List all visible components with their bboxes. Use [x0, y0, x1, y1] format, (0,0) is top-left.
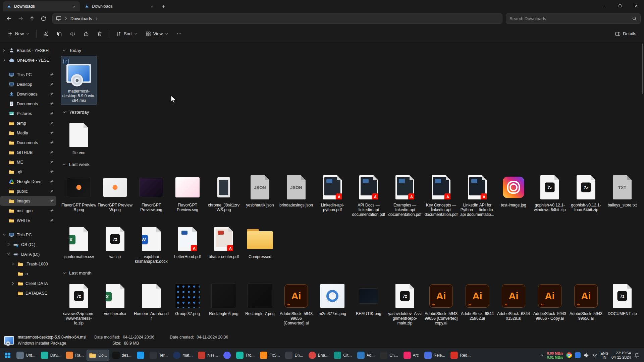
taskbar-item-vscode[interactable] [135, 350, 147, 361]
taskbar-item-d[interactable]: D:\... [283, 350, 305, 361]
group-header-today[interactable]: Today [62, 46, 640, 55]
taskbar-item-unt[interactable]: Unt... [14, 350, 38, 361]
file-tile-baileys-store-txt[interactable]: TXT baileys_store.txt [604, 170, 640, 209]
refresh-button[interactable] [38, 13, 49, 24]
file-tile-test-image-jpg[interactable]: test-image.jpg [496, 170, 531, 209]
taskbar-item-mat[interactable]: mat... [171, 350, 195, 361]
file-tile-linkedin-api-for-python-linkedin-api-documentatio[interactable]: A LinkedIn API for Python — linkedin-api… [460, 170, 495, 219]
share-button[interactable] [80, 28, 93, 40]
sidebar-item-database[interactable]: DATABASE [0, 288, 56, 298]
file-tile-adobestock-594399656-copy-ai[interactable]: AiAI AdobeStock_594399656 - Copy.ai [532, 279, 568, 322]
close-button[interactable] [628, 0, 644, 11]
taskbar-item-do[interactable]: Do... [87, 350, 109, 361]
rename-button[interactable] [66, 28, 79, 40]
file-tile-vajubhai-krishanapark-docx[interactable]: W vajubhai krishanapark.docx [133, 222, 169, 265]
start-button[interactable] [2, 350, 13, 361]
sidebar-item-temp[interactable]: temp [0, 118, 56, 128]
up-button[interactable] [26, 13, 38, 24]
sidebar-item-client-data[interactable]: Client DATA [0, 279, 56, 288]
taskbar-item-rele[interactable]: Rele... [422, 350, 448, 361]
sidebar-item-public[interactable]: public [0, 186, 56, 196]
file-tile-file-enc[interactable]: file.enc [61, 118, 97, 157]
taskbar-item-ra[interactable]: Ra... [63, 350, 86, 361]
sidebar-item-os-c[interactable]: OS (C:) [0, 240, 56, 249]
speaker-icon[interactable] [584, 353, 589, 358]
new-button[interactable]: New [4, 28, 33, 40]
cut-button[interactable] [40, 28, 52, 40]
chevron-right-icon[interactable] [11, 282, 15, 285]
search-box[interactable] [506, 13, 641, 24]
tray-expand-icon[interactable] [540, 353, 544, 357]
chevron-right-icon[interactable] [6, 243, 11, 246]
file-tile-yesbhautik-json[interactable]: JSON yesbhautik.json [242, 170, 278, 209]
sidebar-item-onedrive-yese[interactable]: OneDrive - YESE [0, 55, 56, 65]
file-tile-m2m377xc-png[interactable]: m2m377xc.png [315, 279, 350, 318]
clock[interactable]: 23:19:54 04-11-2024 [611, 351, 631, 360]
group-header-yesterday[interactable]: Yesterday [62, 107, 640, 117]
file-tile-flavorgpt-preview-b-png[interactable]: FlavorGPT Preview B.png [61, 170, 97, 214]
file-tile-flavorgpt-preview-png[interactable]: FlavorGPT Preview.png [133, 170, 169, 214]
tab-close-icon[interactable]: × [149, 3, 155, 9]
chevron-right-icon[interactable] [95, 17, 98, 20]
taskbar-item-ad[interactable]: Ad... [355, 350, 377, 361]
breadcrumb[interactable]: Downloads [70, 16, 92, 21]
taskbar-item-niss[interactable]: niss... [196, 350, 220, 361]
file-tile-gophish-v0-12-1-linux-64bit-zip[interactable]: 7z gophish-v0.12.1-linux-64bit.zip [568, 170, 604, 214]
sidebar-item-a[interactable]: a [0, 269, 56, 279]
taskbar-item-dav[interactable]: Dav... [39, 350, 63, 361]
sidebar-item-trash-1000[interactable]: .Trash-1000 [0, 259, 56, 269]
minimize-button[interactable] [596, 0, 612, 11]
file-tile-linkedin-api-python-pdf[interactable]: A Linkedin-api-python.pdf [315, 170, 350, 214]
address-bar[interactable]: Downloads [52, 13, 502, 24]
group-header-last-month[interactable]: Last month [62, 268, 640, 278]
net-speed-widget[interactable]: 0.00 MB/s 0.01 MB/s [547, 351, 563, 359]
file-tile-jsonformatter-csv[interactable]: X jsonformatter.csv [61, 222, 97, 261]
file-tile-examples-linkedin-api-documentation-pdf[interactable]: A Examples — linkedin-api documentation.… [387, 170, 423, 219]
view-button[interactable]: View [142, 28, 172, 40]
file-tile-brindadesings-json[interactable]: JSON brindadesings.json [278, 170, 314, 209]
chevron-right-icon[interactable] [2, 49, 6, 52]
file-tile-adobestock-594399656-ai[interactable]: AiAI AdobeStock_594399656.ai [568, 279, 604, 322]
file-tile-bhatar-center-pdf[interactable]: A bhatar center.pdf [206, 222, 241, 261]
chrome-tray-icon[interactable] [566, 352, 572, 358]
taskbar-item-c[interactable]: C:\... [378, 350, 400, 361]
taskbar-item-discord[interactable] [221, 350, 233, 361]
chevron-down-icon[interactable] [6, 252, 11, 256]
file-tile-flavorgpt-preview-w-png[interactable]: FlavorGPT Preview W.png [97, 170, 133, 214]
sidebar-item-white[interactable]: WHITE [0, 216, 56, 225]
file-tile-rectangle-7-png[interactable]: Rectangle 7.png [242, 279, 278, 318]
taskbar-item-des[interactable]: des... [110, 350, 134, 361]
group-header-last-week[interactable]: Last week [62, 160, 640, 169]
file-tile-adobestock-594399656-converted-ai[interactable]: AiAI AdobeStock_594399656 [Converted].ai [278, 279, 314, 327]
file-tile-adobestock-684425862-ai[interactable]: AiAI AdobeStock_684425862.ai [460, 279, 495, 322]
file-tile-adobestock-684401528-ai[interactable]: AiAI AdobeStock_684401528.ai [496, 279, 531, 322]
sidebar-item-git[interactable]: .git [0, 167, 56, 177]
sidebar-item-msi-gpo[interactable]: msi_gpo [0, 206, 56, 216]
chevron-right-icon[interactable] [11, 262, 15, 266]
sidebar-item-bhautik-yesbh[interactable]: Bhautik - YESBH [0, 46, 56, 55]
file-tile-rectangle-6-png[interactable]: Rectangle 6.png [206, 279, 241, 318]
back-button[interactable] [3, 13, 15, 24]
more-options-button[interactable] [173, 28, 185, 40]
sidebar-item-google-drive[interactable]: Google Drive [0, 177, 56, 186]
taskbar-item-arc[interactable]: Arc [401, 350, 421, 361]
file-tile-chrome-j8sk1zrvws-png[interactable]: chrome_J8sk1zrvWS.png [206, 170, 241, 214]
sidebar-item-this-pc[interactable]: This PC [0, 230, 56, 240]
file-tile-adobestock-594399656-converted-copy-ai[interactable]: AiAI AdobeStock_594399656 [Converted] co… [423, 279, 459, 327]
file-tile-homem-aranha-cdr[interactable]: Homem_Aranha.cdr [133, 279, 169, 322]
search-input[interactable] [509, 16, 629, 21]
chevron-right-icon[interactable] [2, 58, 6, 62]
taskbar-item-ter[interactable]: Ter... [147, 350, 170, 361]
scrollbar-thumb[interactable] [642, 44, 643, 94]
search-icon[interactable] [632, 16, 637, 21]
file-tile-api-docs-linkedin-api-documentation-pdf[interactable]: A API Docs — linkedin-api documentation.… [351, 170, 386, 219]
checkbox[interactable]: ✓ [63, 59, 69, 64]
sidebar-item-data-d[interactable]: DATA (D:) [0, 249, 56, 259]
file-tile-voucher-xlsx[interactable]: X voucher.xlsx [97, 279, 133, 318]
maximize-button[interactable] [612, 0, 628, 11]
sidebar-item-downloads[interactable]: Downloads [0, 89, 56, 99]
sort-button[interactable]: Sort [112, 28, 141, 40]
taskbar-item-tro[interactable]: Tro... [234, 350, 257, 361]
sidebar-item-me[interactable]: ME [0, 157, 56, 167]
delete-button[interactable] [93, 28, 106, 40]
